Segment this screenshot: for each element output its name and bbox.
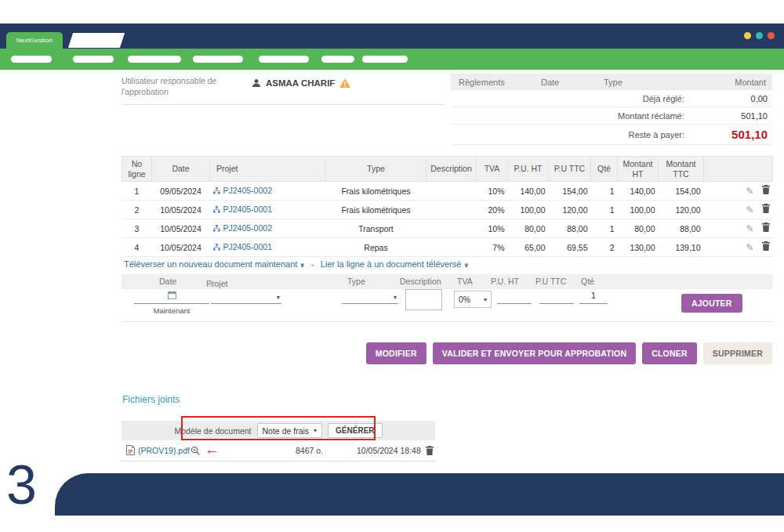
- cell-no: 4: [122, 238, 152, 257]
- info-icon: ⓘ: [208, 279, 215, 289]
- pdf-file-icon: [126, 445, 135, 457]
- nav-item-redacted[interactable]: [193, 56, 243, 63]
- description-input[interactable]: [405, 289, 442, 310]
- nav-item-redacted[interactable]: [128, 56, 181, 63]
- cell-description: [426, 238, 477, 257]
- cell-description: [426, 201, 477, 219]
- warning-icon[interactable]: [339, 78, 350, 88]
- payment-value: 501,10: [684, 111, 772, 121]
- edit-icon[interactable]: ✎: [746, 223, 753, 234]
- cell-montant-ttc: 139,10: [659, 238, 704, 257]
- expense-line-row: 2 10/05/2024 PJ2405-0001 Frais kilométri…: [122, 201, 773, 219]
- cell-pu-ttc: 69,55: [549, 238, 591, 257]
- nav-item-redacted[interactable]: [321, 56, 354, 63]
- delete-line-icon[interactable]: [762, 224, 770, 233]
- window-button-teal[interactable]: [756, 32, 763, 39]
- delete-button[interactable]: SUPPRIMER: [703, 342, 772, 364]
- cell-montant-ht: 140,00: [618, 182, 659, 201]
- project-select[interactable]: ▾: [211, 291, 281, 304]
- col-description: Description: [426, 157, 477, 182]
- cell-type: Frais kilométriques: [326, 182, 426, 201]
- qty-input[interactable]: 1: [579, 291, 608, 304]
- cell-montant-ttc: 120,00: [659, 201, 704, 219]
- attachment-file-row: (PROV19).pdf ← 8467 o. 10/05/2024 18:48: [122, 441, 435, 461]
- form-col-tva: TVA: [457, 277, 473, 286]
- edit-icon[interactable]: ✎: [746, 204, 753, 215]
- payments-row-reste-a-payer: Reste à payer: 501,10: [451, 125, 772, 145]
- attachment-file-size: 8467 o.: [296, 446, 323, 455]
- cell-type: Repas: [326, 238, 426, 257]
- edit-icon[interactable]: ✎: [746, 242, 753, 253]
- tva-select[interactable]: 0% ▾: [454, 291, 492, 308]
- cell-pu-ht: 80,00: [508, 219, 549, 238]
- project-link[interactable]: PJ2405-0002: [223, 186, 272, 195]
- caret-down-icon: ▾: [394, 294, 397, 301]
- delete-line-icon[interactable]: [762, 243, 770, 252]
- project-icon: [213, 243, 220, 252]
- pu-ht-input[interactable]: [497, 291, 532, 304]
- nav-item-redacted[interactable]: [362, 56, 408, 63]
- nav-item-redacted[interactable]: [73, 56, 114, 63]
- date-input[interactable]: Maintenant: [134, 291, 209, 315]
- zoom-preview-icon[interactable]: [191, 446, 200, 457]
- payments-header-date: Date: [541, 78, 604, 87]
- payments-header: Règlements Date Type Montant: [451, 74, 772, 90]
- approval-user: ASMAA CHARIF: [252, 78, 350, 88]
- link-existing-document-link[interactable]: Lier la ligne à un document téléversé∨: [321, 259, 469, 269]
- modify-button[interactable]: MODIFIER: [366, 342, 426, 364]
- edit-icon[interactable]: ✎: [746, 186, 753, 197]
- cell-montant-ht: 80,00: [618, 219, 659, 238]
- nav-item-redacted[interactable]: [259, 56, 309, 63]
- cell-date: 09/05/2024: [152, 182, 210, 201]
- calendar-icon: [168, 291, 176, 299]
- upload-document-label: Téléverser un nouveau document maintenan…: [124, 259, 297, 269]
- browser-tab-active[interactable]: NextGestion: [6, 32, 63, 49]
- cell-no: 2: [122, 201, 152, 219]
- approval-section: Utilisateur responsable de l'approbation…: [122, 75, 445, 105]
- project-link[interactable]: PJ2405-0002: [223, 223, 272, 233]
- window-button-yellow[interactable]: [744, 32, 751, 39]
- payment-label: Déjà réglé:: [643, 94, 684, 103]
- approval-label: Utilisateur responsable de l'approbation: [122, 75, 241, 97]
- add-form-header: Date Projetⓘ Type Description TVA P.U. H…: [122, 274, 772, 289]
- delete-attachment-icon[interactable]: [426, 446, 434, 457]
- tab-title: NextGestion: [16, 37, 53, 44]
- payments-row-deja-regle: Déjà réglé: 0,00: [451, 90, 772, 107]
- project-link[interactable]: PJ2405-0001: [223, 242, 272, 252]
- cell-montant-ttc: 154,00: [659, 182, 704, 201]
- window-button-red[interactable]: [768, 32, 775, 39]
- cell-type: Transport: [326, 219, 426, 238]
- nav-item-redacted[interactable]: [11, 56, 52, 63]
- cell-qte: 2: [591, 238, 618, 257]
- generate-button[interactable]: GÉNÉRER: [328, 423, 382, 438]
- project-link[interactable]: PJ2405-0001: [223, 204, 272, 214]
- annotation-step-number: 3: [6, 458, 37, 512]
- action-buttons: MODIFIER VALIDER ET ENVOYER POUR APPROBA…: [122, 342, 772, 364]
- pu-ttc-input[interactable]: [539, 291, 574, 304]
- cell-montant-ht: 130,00: [618, 238, 659, 257]
- col-date: Date: [152, 157, 210, 182]
- upload-document-link[interactable]: Téléverser un nouveau document maintenan…: [124, 259, 305, 269]
- chevron-down-icon: ∨: [299, 262, 305, 269]
- delete-line-icon[interactable]: [762, 205, 770, 215]
- type-select[interactable]: ▾: [342, 291, 398, 304]
- col-pu-ht: P.U. HT: [508, 157, 549, 182]
- date-hint: Maintenant: [134, 306, 209, 315]
- caret-down-icon: ▾: [277, 294, 280, 301]
- project-icon: [213, 205, 220, 215]
- col-projet: Projet: [210, 157, 326, 182]
- project-icon: [213, 186, 220, 196]
- add-button[interactable]: AJOUTER: [681, 294, 742, 313]
- form-col-pu-ttc: P.U TTC: [535, 277, 566, 286]
- validate-send-button[interactable]: VALIDER ET ENVOYER POUR APPROBATION: [433, 342, 637, 364]
- delete-line-icon[interactable]: [762, 186, 770, 196]
- project-icon: [213, 224, 220, 233]
- cell-pu-ttc: 120,00: [549, 201, 591, 219]
- clone-button[interactable]: CLONER: [642, 342, 697, 364]
- table-header-row: No ligne Date Projet Type Description TV…: [122, 157, 773, 182]
- add-line-form: Maintenant ▾ ▾ 0% ▾ 1 AJOUTER: [122, 291, 772, 322]
- cell-qte: 1: [591, 201, 618, 219]
- template-select[interactable]: Note de frais ▾: [257, 423, 323, 438]
- attachment-file-name[interactable]: (PROV19).pdf: [138, 446, 190, 455]
- expense-line-row: 4 10/05/2024 PJ2405-0001 Repas 7% 65,00 …: [122, 238, 773, 257]
